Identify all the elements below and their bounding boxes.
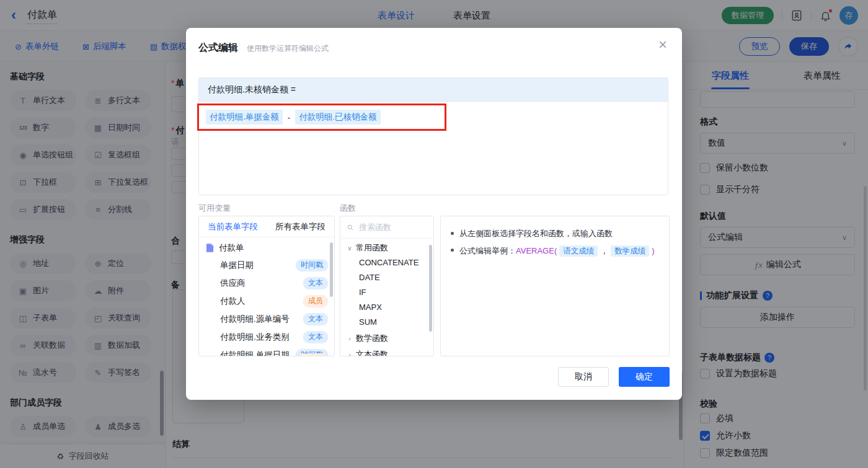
variable-name: 供应商 <box>220 278 246 289</box>
variables-tabs: 当前表单字段 所有表单字段 <box>199 216 334 237</box>
variable-row[interactable]: 供应商文本 <box>199 274 334 292</box>
group-label: 文本函数 <box>356 349 388 356</box>
partial-badge <box>299 353 326 356</box>
minus-operator: - <box>288 113 291 122</box>
formula-input-area[interactable]: 付款明细.单据金额 - 付款明细.已核销金额 <box>199 102 668 195</box>
bullet-dot <box>451 249 454 252</box>
tab-all-form-fields[interactable]: 所有表单字段 <box>267 221 334 232</box>
formula-editor: 付款明细.未核销金额 = 付款明细.单据金额 - 付款明细.已核销金额 <box>198 77 668 195</box>
chevron-expanded-icon: ∨ <box>347 245 353 252</box>
formula-field-chip[interactable]: 付款明细.单据金额 <box>206 110 283 125</box>
example-function-name: AVERAGE( <box>516 246 557 255</box>
variables-label: 可用变量 <box>198 203 231 214</box>
bullet-dot <box>451 232 454 235</box>
help-line-1: 从左侧面板选择字段名和函数，或输入函数 <box>451 225 659 242</box>
formula-field-chip[interactable]: 付款明细.已核销金额 <box>295 110 380 125</box>
help-line-2: 公式编辑举例：AVERAGE(语文成绩，数学成绩) <box>451 242 659 260</box>
chevron-collapsed-icon: › <box>347 335 353 342</box>
variables-panel: 当前表单字段 所有表单字段 付款单 单据日期时间戳 供应商文本 付款人成员 付款… <box>198 216 335 356</box>
variable-name: 付款明细.源单编号 <box>220 314 290 325</box>
example-separator: ， <box>600 246 608 255</box>
functions-panel: ∨ 常用函数 CONCATENATE DATE IF MAPX SUM › 数学… <box>340 216 434 356</box>
variable-row[interactable]: 单据日期时间戳 <box>199 256 334 274</box>
function-search[interactable] <box>340 216 433 239</box>
function-group-math[interactable]: › 数学函数 <box>340 329 433 345</box>
type-badge: 文本 <box>303 331 328 343</box>
function-item[interactable]: MAPX <box>340 299 433 314</box>
document-icon <box>206 244 214 252</box>
modal-title: 公式编辑 <box>198 42 238 55</box>
modal-subtitle: 使用数学运算符编辑公式 <box>247 43 329 54</box>
functions-scrollbar[interactable] <box>429 245 432 332</box>
form-designer-app: ‹ 付款单 表单设计 表单设置 数据管理 存 ⊘ 表单外链 <box>0 0 868 468</box>
group-label: 常用函数 <box>356 242 388 254</box>
function-item[interactable]: IF <box>340 285 433 299</box>
cancel-button[interactable]: 取消 <box>558 367 609 387</box>
help-panel: 从左侧面板选择字段名和函数，或输入函数 公式编辑举例：AVERAGE(语文成绩，… <box>440 216 670 356</box>
formula-edit-modal: 公式编辑 使用数学运算符编辑公式 × 付款明细.未核销金额 = 付款明细.单据金… <box>186 28 682 400</box>
function-item[interactable]: DATE <box>340 270 433 285</box>
help-content: 从左侧面板选择字段名和函数，或输入函数 公式编辑举例：AVERAGE(语文成绩，… <box>441 216 669 268</box>
close-icon[interactable]: × <box>658 37 667 52</box>
variables-root-node[interactable]: 付款单 <box>199 237 334 256</box>
variable-name: 付款明细.单据日期 <box>220 350 290 357</box>
formula-expression: 付款明细.单据金额 - 付款明细.已核销金额 <box>206 110 381 125</box>
type-badge: 成员 <box>303 295 328 307</box>
search-icon <box>347 223 354 232</box>
function-group-text[interactable]: › 文本函数 <box>340 345 433 356</box>
root-label: 付款单 <box>219 242 244 254</box>
example-function-close: ) <box>652 246 654 255</box>
confirm-button[interactable]: 确定 <box>619 367 670 387</box>
example-field-chip: 数学成绩 <box>611 245 649 257</box>
formula-target-text: 付款明细.未核销金额 = <box>208 84 296 95</box>
variable-name: 付款明细.业务类别 <box>220 332 290 343</box>
function-group-common[interactable]: ∨ 常用函数 <box>340 239 433 255</box>
tab-current-form-fields[interactable]: 当前表单字段 <box>199 221 267 232</box>
variable-row[interactable]: 付款人成员 <box>199 292 334 310</box>
variable-row[interactable]: 付款明细.源单编号文本 <box>199 310 334 328</box>
variable-name: 付款人 <box>220 296 246 307</box>
group-label: 数学函数 <box>356 333 388 344</box>
function-search-input[interactable] <box>358 222 427 232</box>
function-item[interactable]: SUM <box>340 314 433 329</box>
type-badge: 文本 <box>303 277 328 289</box>
function-item[interactable]: CONCATENATE <box>340 255 433 270</box>
chevron-collapsed-icon: › <box>347 351 353 357</box>
variables-scrollbar[interactable] <box>330 242 333 297</box>
type-badge: 文本 <box>303 313 328 325</box>
functions-label: 函数 <box>340 203 356 214</box>
variable-row[interactable]: 付款明细.业务类别文本 <box>199 328 334 346</box>
variable-name: 单据日期 <box>220 260 254 271</box>
type-badge: 时间戳 <box>296 259 328 272</box>
formula-target: 付款明细.未核销金额 = <box>199 78 668 102</box>
modal-header: 公式编辑 使用数学运算符编辑公式 <box>186 28 682 55</box>
example-field-chip: 语文成绩 <box>559 245 598 257</box>
